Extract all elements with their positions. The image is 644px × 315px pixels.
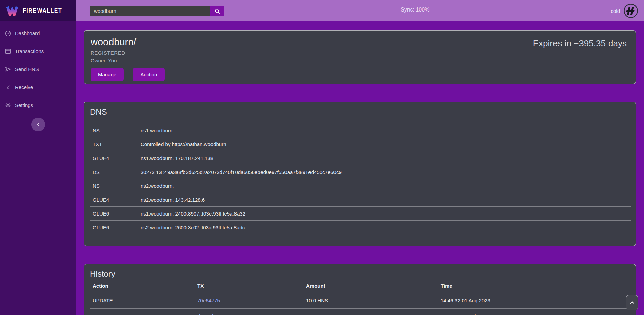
- brand-logo[interactable]: FIREWALLET: [0, 0, 76, 21]
- sidebar-item-receive[interactable]: Receive: [0, 84, 76, 91]
- dns-record-type: GLUE4: [90, 193, 138, 207]
- dns-record-value: ns2.woodburn.: [138, 179, 631, 193]
- sidebar-item-dashboard[interactable]: Dashboard: [0, 30, 76, 37]
- handshake-logo-icon: [623, 3, 638, 18]
- history-amount: 10.0 HNS: [303, 293, 438, 309]
- topbar: Sync: 100% cold: [76, 0, 644, 21]
- dns-record-row: GLUE4 ns2.woodburn. 143.42.128.6: [90, 193, 631, 207]
- dns-record-value: ns2.woodburn. 143.42.128.6: [138, 193, 631, 207]
- sidebar-item-label: Settings: [15, 102, 33, 108]
- chevron-left-icon: [36, 122, 41, 127]
- sidebar-item-label: Dashboard: [15, 30, 40, 36]
- sidebar-item-send-hns[interactable]: Send HNS: [0, 66, 76, 73]
- sidebar-item-label: Transactions: [15, 48, 44, 54]
- history-header-row: Action TX Amount Time: [90, 283, 631, 293]
- dns-record-type: NS: [90, 179, 138, 193]
- domain-actions: Manage Auction: [91, 68, 627, 81]
- history-amount: 10.0 HNS: [303, 309, 438, 315]
- domain-expiry: Expires in ~395.35 days: [533, 38, 627, 49]
- dashboard-icon: [5, 30, 11, 37]
- search-group: [90, 6, 224, 16]
- tx-link[interactable]: 70e64775...: [197, 298, 224, 303]
- history-time: 15:47:36 07 Feb 2023: [438, 309, 631, 315]
- sidebar-item-label: Receive: [15, 84, 33, 90]
- history-time: 14:46:32 01 Aug 2023: [438, 293, 631, 309]
- dns-record-row: GLUE4 ns1.woodburn. 170.187.241.138: [90, 151, 631, 165]
- history-action: UPDATE: [90, 293, 195, 309]
- dns-record-row: GLUE6 ns1.woodburn. 2400:8907::f03c:93ff…: [90, 207, 631, 221]
- domain-card: woodburn/ REGISTERED Owner: You Manage A…: [84, 30, 636, 84]
- settings-icon: [5, 102, 11, 108]
- auction-button[interactable]: Auction: [133, 68, 165, 81]
- dns-record-type: TXT: [90, 137, 138, 151]
- dns-record-row: DS 30273 13 2 9a3a8fb3d625d2a2073d740f10…: [90, 165, 631, 179]
- search-input[interactable]: [90, 6, 210, 16]
- search-button[interactable]: [210, 6, 224, 16]
- history-col-action: Action: [90, 283, 195, 293]
- sidebar-nav: Dashboard Transactions Send HNS Receive …: [0, 21, 76, 109]
- history-title: History: [90, 269, 630, 279]
- transactions-icon: [5, 48, 11, 54]
- sidebar-item-transactions[interactable]: Transactions: [0, 48, 76, 55]
- scroll-to-top-button[interactable]: [626, 295, 638, 310]
- dns-record-type: GLUE4: [90, 151, 138, 165]
- sidebar-collapse-button[interactable]: [31, 118, 45, 131]
- sidebar-item-label: Send HNS: [15, 66, 39, 72]
- history-card: History Action TX Amount Time UPDATE 70e…: [84, 264, 636, 315]
- send-icon: [5, 66, 11, 72]
- dns-record-type: GLUE6: [90, 221, 138, 234]
- search-icon: [215, 8, 220, 14]
- main-content: woodburn/ REGISTERED Owner: You Manage A…: [76, 21, 644, 315]
- manage-button[interactable]: Manage: [91, 68, 124, 81]
- dns-record-value: 30273 13 2 9a3a8fb3d625d2a2073d740f10da6…: [138, 165, 631, 179]
- sidebar-item-settings[interactable]: Settings: [0, 102, 76, 109]
- domain-status: REGISTERED: [91, 50, 627, 56]
- history-action: RENEW: [90, 309, 195, 315]
- history-col-tx: TX: [195, 283, 303, 293]
- history-row: RENEW d7e64f3... 10.0 HNS 15:47:36 07 Fe…: [90, 309, 631, 315]
- wallet-selector[interactable]: cold: [611, 3, 638, 18]
- dns-record-row: NS ns1.woodburn.: [90, 123, 631, 137]
- history-col-time: Time: [438, 283, 631, 293]
- dns-record-value: ns1.woodburn. 2400:8907::f03c:93ff:fe5a:…: [138, 207, 631, 221]
- tx-link[interactable]: d7e64f3...: [197, 313, 220, 315]
- dns-record-type: GLUE6: [90, 207, 138, 221]
- chevron-up-icon: [629, 300, 635, 306]
- dns-record-type: DS: [90, 165, 138, 179]
- history-table: Action TX Amount Time UPDATE 70e64775...…: [90, 283, 631, 315]
- sync-status: Sync: 100%: [401, 7, 429, 13]
- dns-record-row: GLUE6 ns2.woodburn. 2600:3c02::f03c:93ff…: [90, 221, 631, 234]
- sidebar: FIREWALLET Dashboard Transactions Send H…: [0, 0, 76, 315]
- dns-record-row: NS ns2.woodburn.: [90, 179, 631, 193]
- dns-title: DNS: [90, 107, 630, 117]
- dns-record-row: TXT Controlled by https://nathan.woodbur…: [90, 137, 631, 151]
- dns-record-value: ns1.woodburn. 170.187.241.138: [138, 151, 631, 165]
- history-col-amount: Amount: [303, 283, 438, 293]
- brand-name: FIREWALLET: [23, 8, 62, 14]
- receive-icon: [5, 84, 11, 90]
- dns-record-value: ns1.woodburn.: [138, 123, 631, 137]
- dns-record-value: ns2.woodburn. 2600:3c02::f03c:93ff:fe5a:…: [138, 221, 631, 234]
- firewallet-logo-icon: [6, 5, 19, 16]
- dns-table: NS ns1.woodburn. TXT Controlled by https…: [90, 123, 631, 234]
- dns-record-value: Controlled by https://nathan.woodburn: [138, 137, 631, 151]
- wallet-name: cold: [611, 8, 620, 14]
- dns-card: DNS NS ns1.woodburn. TXT Controlled by h…: [84, 102, 636, 246]
- history-row: UPDATE 70e64775... 10.0 HNS 14:46:32 01 …: [90, 293, 631, 309]
- domain-owner: Owner: You: [91, 58, 627, 63]
- dns-record-type: NS: [90, 123, 138, 137]
